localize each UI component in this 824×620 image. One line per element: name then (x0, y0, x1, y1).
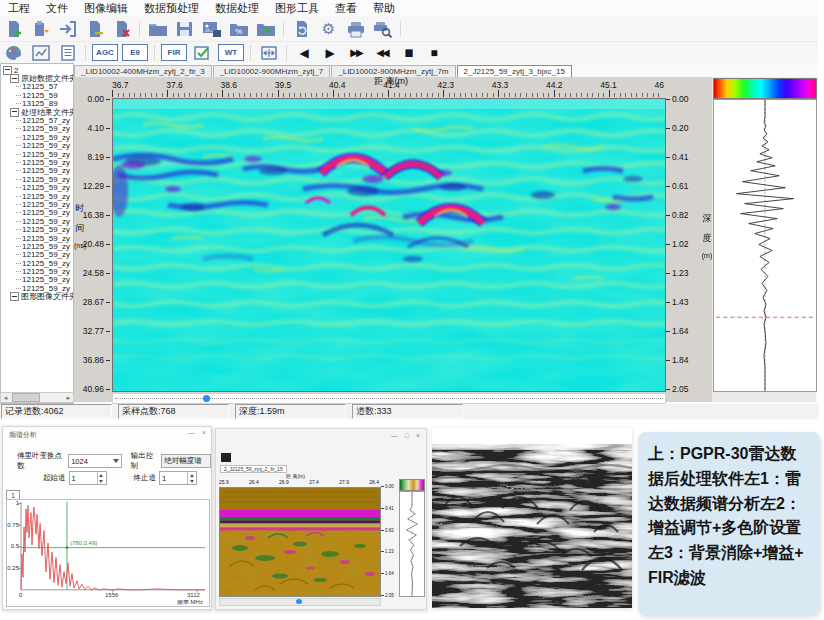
menu-item[interactable]: 查看 (327, 0, 365, 17)
print-preview-icon[interactable] (370, 18, 395, 39)
document-tab[interactable]: _LID10002-900MHzm_zytj_7 (213, 65, 331, 77)
depth-tick: 0.00 (666, 94, 700, 104)
paste-file-icon[interactable] (28, 18, 53, 39)
distance-tick: 28.4 (369, 479, 379, 485)
depth-tick: 1.43 (666, 297, 700, 307)
edit-confirm-icon[interactable] (190, 42, 215, 63)
pause-button[interactable]: ▮▮ (397, 47, 419, 58)
gain-adjust-window: — □ × 2_J2125_59_zytj_2_fir_15 距 离(m) 25… (215, 428, 427, 610)
rewind-button[interactable]: ◀◀ (371, 47, 393, 58)
time-tick: 8.19 (78, 152, 110, 162)
radargram-image (220, 488, 380, 596)
close-icon[interactable]: × (202, 429, 206, 436)
depth-tick: 1.84 (666, 355, 700, 365)
file-tree-panel: 2原始数据文件夹12125_5712125_5913125_89处理结果文件夹1… (0, 63, 74, 404)
spectrum-y-tick: 0.5 (11, 544, 19, 550)
depth-tick: 1.02 (666, 239, 700, 249)
fast-forward-button[interactable]: ▶▶ (345, 47, 367, 58)
menu-item[interactable]: 工程 (0, 0, 38, 17)
toolbar-processing: AGC Eθ FIR WT ◀ ▶ ▶▶ ◀◀ ▮▮ ■ (0, 42, 818, 64)
depth-tick: 0.20 (666, 123, 700, 133)
toolbar-separator (400, 21, 401, 37)
scroll-right-arrow-icon[interactable]: ► (64, 395, 73, 401)
menu-item[interactable]: 文件 (38, 0, 76, 17)
open-folder-icon[interactable] (145, 18, 170, 39)
minimize-icon[interactable]: — (188, 429, 195, 436)
color-scale-icon[interactable] (28, 42, 53, 63)
radargram-view[interactable] (112, 98, 666, 392)
scroll-left-arrow-icon[interactable]: ◄ (1, 395, 10, 401)
time-tick: 32.77 (78, 326, 110, 336)
output-control-value[interactable]: 绝对幅度谱 (161, 454, 211, 468)
scrollbar-thumb[interactable] (203, 395, 210, 402)
radargram-view[interactable] (219, 487, 381, 597)
restore-icon[interactable]: □ (405, 432, 409, 439)
time-tick: 0.00 (78, 94, 110, 104)
horizontal-scrollbar[interactable] (219, 598, 381, 606)
single-trace-view[interactable] (399, 491, 425, 597)
distance-tick: 42.3 (438, 80, 455, 90)
depth-tick: 0.61 (666, 181, 700, 191)
agc-gain-button[interactable]: AGC (92, 44, 118, 61)
delete-file-icon[interactable] (109, 18, 134, 39)
single-trace-view[interactable] (713, 99, 817, 392)
scrollbar-thumb[interactable] (296, 599, 302, 604)
fft-points-select[interactable]: 1024 (68, 454, 122, 468)
distance-tick: 43.3 (492, 80, 509, 90)
depth-tick: 1.64 (381, 571, 397, 576)
stop-button[interactable]: ■ (423, 46, 445, 60)
step-back-button[interactable]: ◀ (293, 46, 315, 60)
distance-tick: 39.5 (275, 80, 292, 90)
depth-tick: 1.23 (666, 268, 700, 278)
document-tab[interactable]: 2_J2125_59_zytj_3_bjxc_15 (457, 65, 572, 77)
toolbar-separator (85, 45, 86, 61)
start-trace-spinner[interactable]: 1 (69, 471, 107, 485)
new-file-icon[interactable] (1, 18, 26, 39)
palette-icon[interactable] (1, 42, 26, 63)
document-tab[interactable]: 2_J2125_59_zytj_2_fir_15 (220, 465, 287, 473)
fir-filter-button[interactable]: FIR (161, 44, 187, 61)
status-field: 深度:1.59m (235, 404, 346, 419)
eq-filter-button[interactable]: Eθ (122, 44, 148, 61)
stop-icon[interactable] (221, 453, 231, 462)
close-icon[interactable]: × (416, 432, 420, 439)
trace-side-panel (712, 77, 816, 402)
folder-cut-icon[interactable]: % (226, 18, 251, 39)
tree-item[interactable]: 图形图像文件夹 (3, 293, 73, 301)
remove-file-icon[interactable] (82, 18, 107, 39)
save-image-icon[interactable] (199, 18, 224, 39)
distance-tick: 40.4 (329, 80, 346, 90)
scrollbar-track[interactable] (115, 398, 663, 399)
distance-tick: 41.4 (383, 80, 400, 90)
end-trace-spinner[interactable]: 1 (159, 471, 197, 485)
import-icon[interactable] (55, 18, 80, 39)
menu-item[interactable]: 图形工具 (267, 0, 327, 17)
color-scale-bar (399, 479, 425, 491)
spectrum-y-tick: 1 (16, 501, 19, 507)
menu-item[interactable]: 帮助 (365, 0, 403, 17)
spectrum-plot[interactable]: 1 0.75 0.5 0.25 0 1556 3112 频率 MHz (780,… (6, 499, 210, 607)
data-list-icon[interactable] (55, 42, 80, 63)
scroll-thumb[interactable] (12, 393, 40, 402)
document-tab[interactable]: _LID10002-400MHzm_zytj_2_fir_3 (74, 65, 212, 77)
tree-horizontal-scrollbar[interactable]: ◄ ► (0, 392, 74, 403)
tree-expander-icon[interactable] (10, 292, 19, 301)
fit-window-icon[interactable] (256, 42, 281, 63)
save-icon[interactable] (172, 18, 197, 39)
print-icon[interactable] (343, 18, 368, 39)
radargram-horizontal-scrollbar[interactable] (112, 393, 666, 404)
play-button[interactable]: ▶ (319, 46, 341, 60)
menu-item[interactable]: 数据处理 (207, 0, 267, 17)
tree-expander-icon[interactable] (10, 108, 19, 117)
folder-add-icon[interactable] (253, 18, 278, 39)
time-tick: 12.29 (78, 181, 110, 191)
distance-axis-ticks: 25.926.426.927.427.928.4 (219, 479, 379, 485)
minimize-icon[interactable]: — (391, 432, 398, 439)
tree-expander-icon[interactable] (10, 74, 19, 83)
time-axis-label: 时 间 (ns) (74, 202, 86, 249)
menu-item[interactable]: 图像编辑 (76, 0, 136, 17)
menu-item[interactable]: 数据预处理 (136, 0, 207, 17)
refresh-file-icon[interactable] (289, 18, 314, 39)
wt-wavelet-button[interactable]: WT (218, 44, 244, 61)
settings-gear-icon[interactable]: ⚙ (316, 18, 341, 39)
